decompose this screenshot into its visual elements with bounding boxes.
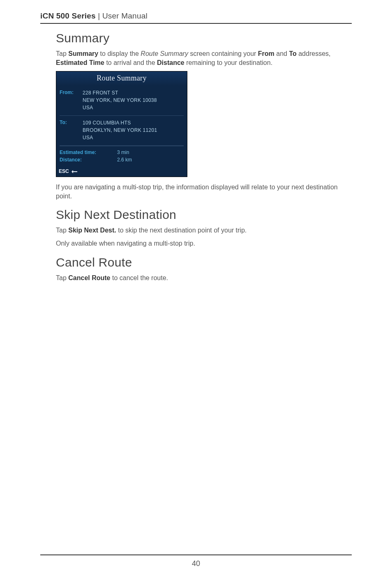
summary-paragraph-1: Tap Summary to display the Route Summary… bbox=[56, 49, 352, 67]
device-body: From: 228 FRONT ST NEW YORK, NEW YORK 10… bbox=[56, 86, 187, 167]
distance-label: Distance: bbox=[60, 156, 117, 163]
distance-value: 2.6 km bbox=[117, 156, 132, 163]
skip-paragraph-1: Tap Skip Next Dest. to skip the next des… bbox=[56, 226, 352, 235]
page-footer: 40 bbox=[40, 554, 352, 568]
from-value: 228 FRONT ST NEW YORK, NEW YORK 10038 US… bbox=[83, 89, 157, 111]
text-fragment: to skip the next destination point of yo… bbox=[116, 227, 247, 234]
skip-paragraph-2: Only available when navigating a multi-s… bbox=[56, 239, 352, 248]
bold-from: From bbox=[258, 50, 274, 57]
content-area: Summary Tap Summary to display the Route… bbox=[56, 31, 352, 282]
estimated-time-label: Estimated time: bbox=[60, 149, 117, 156]
text-fragment: remaining to your destination. bbox=[184, 59, 272, 66]
to-label: To: bbox=[60, 119, 83, 141]
back-arrow-icon bbox=[71, 169, 77, 173]
address-line: BROOKLYN, NEW YORK 11201 bbox=[83, 127, 157, 133]
device-title: Route Summary bbox=[56, 71, 187, 86]
text-fragment: to cancel the route. bbox=[111, 274, 168, 281]
estimated-time-value: 3 min bbox=[117, 149, 129, 156]
estimated-time-row: Estimated time: 3 min bbox=[60, 149, 184, 156]
bold-cancel-route: Cancel Route bbox=[68, 274, 110, 281]
page-number: 40 bbox=[40, 554, 352, 568]
running-header: iCN 500 Series | User Manual bbox=[40, 12, 352, 24]
distance-row: Distance: 2.6 km bbox=[60, 156, 184, 163]
section-cancel-heading: Cancel Route bbox=[56, 255, 352, 269]
to-row: To: 109 COLUMBIA HTS BROOKLYN, NEW YORK … bbox=[60, 116, 184, 146]
text-fragment: screen containing your bbox=[188, 50, 258, 57]
address-line: USA bbox=[83, 105, 93, 110]
text-fragment: Tap bbox=[56, 50, 68, 57]
text-fragment: to display the bbox=[98, 50, 141, 57]
text-fragment: to arrival and the bbox=[104, 59, 157, 66]
stats-block: Estimated time: 3 min Distance: 2.6 km bbox=[60, 146, 184, 165]
address-line: 109 COLUMBIA HTS bbox=[83, 120, 131, 126]
bold-skip-next-dest: Skip Next Dest. bbox=[68, 227, 116, 234]
text-fragment: and bbox=[274, 50, 289, 57]
text-fragment: Tap bbox=[56, 227, 68, 234]
address-line: USA bbox=[83, 135, 93, 140]
product-name: iCN 500 Series bbox=[40, 12, 96, 20]
cancel-paragraph-1: Tap Cancel Route to cancel the route. bbox=[56, 274, 352, 283]
esc-label: ESC bbox=[59, 168, 69, 174]
text-fragment: addresses, bbox=[297, 50, 331, 57]
from-label: From: bbox=[60, 89, 83, 111]
esc-button[interactable]: ESC bbox=[56, 167, 187, 177]
route-summary-screenshot: Route Summary From: 228 FRONT ST NEW YOR… bbox=[56, 71, 187, 177]
bold-to: To bbox=[289, 50, 296, 57]
header-sep: | bbox=[96, 12, 102, 20]
to-value: 109 COLUMBIA HTS BROOKLYN, NEW YORK 1120… bbox=[83, 119, 157, 141]
bold-distance: Distance bbox=[157, 59, 184, 66]
address-line: NEW YORK, NEW YORK 10038 bbox=[83, 97, 157, 103]
section-summary-heading: Summary bbox=[56, 31, 352, 45]
summary-paragraph-2: If you are navigating a multi-stop trip,… bbox=[56, 183, 352, 200]
text-fragment: Tap bbox=[56, 274, 68, 281]
doc-title: User Manual bbox=[102, 12, 148, 20]
section-skip-heading: Skip Next Destination bbox=[56, 208, 352, 222]
italic-route-summary: Route Summary bbox=[141, 50, 188, 57]
address-line: 228 FRONT ST bbox=[83, 90, 118, 96]
from-row: From: 228 FRONT ST NEW YORK, NEW YORK 10… bbox=[60, 86, 184, 116]
bold-estimated-time: Estimated Time bbox=[56, 59, 104, 66]
bold-summary: Summary bbox=[68, 50, 98, 57]
